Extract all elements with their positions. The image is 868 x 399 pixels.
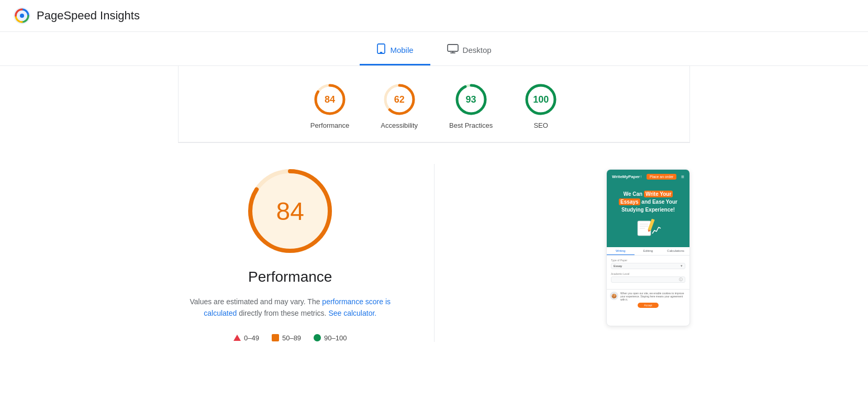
svg-point-1 [20,14,24,18]
preview-hero-hl1: Write Your [644,191,673,197]
description-text-2: directly from these metrics. [239,309,326,317]
vertical-divider [434,164,435,342]
performance-description: Values are estimated and may vary. The p… [178,296,403,319]
preview-tabs-row: Writing Editing Calculations [607,247,689,256]
main-content: 84 Performance Values are estimated and … [178,143,690,363]
preview-cta-btn: Place an order [647,174,677,180]
mobile-icon [376,43,386,57]
tab-mobile-label: Mobile [390,46,413,54]
best-practices-score-number: 93 [466,94,476,105]
preview-field-1: Essay ▾ [611,263,685,269]
desktop-icon [447,44,459,56]
app-title: PageSpeed Insights [37,9,140,23]
tab-desktop-label: Desktop [463,46,492,54]
performance-score-number: 84 [325,94,335,105]
score-legend: 0–49 50–89 90–100 [233,334,347,342]
fail-range: 0–49 [244,334,259,342]
average-range: 50–89 [282,334,301,342]
svg-rect-4 [448,45,458,51]
preview-field-help: ⓘ [679,277,683,282]
preview-field-arrow: ▾ [681,264,683,268]
preview-field-value-1: Essay [614,264,622,268]
preview-tab-editing: Editing [635,247,662,255]
preview-logo: WriteMyPaper↑ [612,174,642,179]
fail-icon [233,335,241,341]
performance-title: Performance [248,269,332,285]
preview-illustration [632,217,664,238]
best-practices-score-label: Best Practices [449,121,493,129]
logo-area: PageSpeed Insights [13,6,140,25]
preview-cookie-avatar: 🍪 [610,292,618,300]
preview-site-header: WriteMyPaper↑ Place an order ≡ [607,170,689,184]
preview-area: WriteMyPaper↑ Place an order ≡ We Can Wr… [466,164,691,342]
tab-desktop[interactable]: Desktop [430,36,508,65]
preview-tab-calc: Calculations [662,247,689,255]
preview-field-label-1: Type of Paper [611,259,685,262]
preview-hero-text: We Can Write Your Essays and Ease Your S… [612,190,684,214]
preview-field-2: ⓘ [611,276,685,283]
seo-score-number: 100 [533,94,549,105]
performance-score-label: Performance [310,121,349,129]
app-header: PageSpeed Insights [0,0,868,32]
score-accessibility: 62 Accessibility [381,83,418,129]
accessibility-score-label: Accessibility [381,121,418,129]
preview-hero-t2: Essays [619,198,640,205]
score-best-practices: 93 Best Practices [449,83,493,129]
legend-fail: 0–49 [233,334,259,342]
preview-hero-t1: We Can [624,191,643,197]
scores-section: 84 Performance 62 Accessibility [178,66,690,142]
seo-circle: 100 [524,83,558,116]
score-performance: 84 Performance [310,83,349,129]
preview-menu-icon: ≡ [681,174,684,180]
calc-link-2[interactable]: See calculator. [328,309,376,317]
score-seo: 100 SEO [524,83,558,129]
accessibility-score-number: 62 [394,94,405,105]
preview-cookie-content: 🍪 When you open our site, we enable cook… [610,292,686,301]
large-score-number: 84 [276,197,304,226]
performance-circle: 84 [313,83,347,116]
legend-average: 50–89 [272,334,301,342]
preview-accept-btn: Accept [638,303,659,308]
large-performance-circle: 84 [243,164,337,258]
accessibility-circle: 62 [383,83,416,116]
pass-range: 90–100 [324,334,347,342]
website-screenshot: WriteMyPaper↑ Place an order ≡ We Can Wr… [606,169,690,326]
preview-cookie-bar: 🍪 When you open our site, we enable cook… [607,289,689,312]
preview-cookie-text: When you open our site, we enable cookie… [620,292,686,301]
pagespeed-logo-icon [13,6,31,25]
best-practices-circle: 93 [454,83,488,116]
scores-row: 84 Performance 62 Accessibility [179,83,689,129]
average-icon [272,334,279,341]
description-text-1: Values are estimated and may vary. The [190,297,320,306]
large-score-section: 84 Performance Values are estimated and … [178,164,403,342]
preview-cookie-emoji: 🍪 [611,294,617,298]
preview-hero: We Can Write Your Essays and Ease Your S… [607,184,689,247]
legend-pass: 90–100 [314,334,347,342]
seo-score-label: SEO [533,121,548,129]
tab-mobile[interactable]: Mobile [360,36,430,65]
pass-icon [314,334,321,341]
preview-form: Type of Paper Essay ▾ Academic Level ⓘ [607,256,689,289]
preview-field-label-2: Academic Level [611,272,685,275]
preview-tab-writing: Writing [607,247,635,255]
device-tabs: Mobile Desktop [0,36,868,66]
